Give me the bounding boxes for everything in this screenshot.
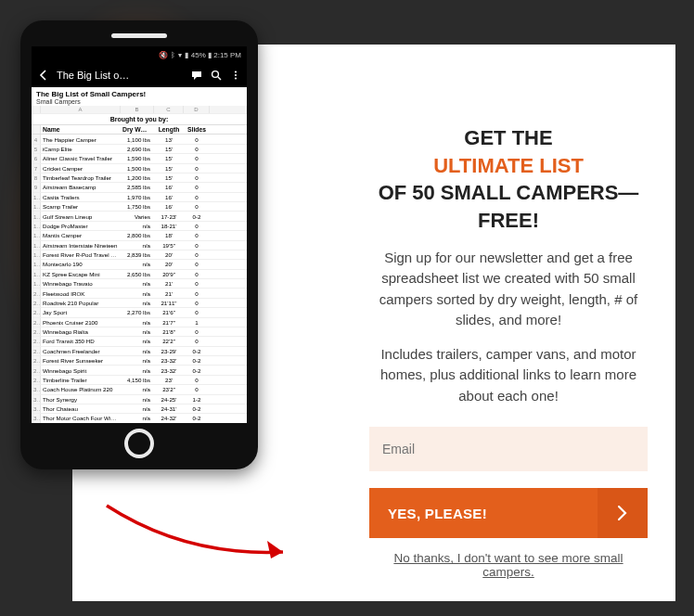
doc-subtitle: Small Campers — [32, 98, 247, 106]
headline: GET THE ULTIMATE LIST OF 50 SMALL CAMPER… — [369, 124, 648, 235]
more-icon[interactable] — [229, 70, 241, 82]
back-icon[interactable] — [37, 70, 49, 82]
status-text: 45% ▮ 2:15 PM — [191, 51, 241, 59]
description-1: Sign up for our newsletter and get a fre… — [369, 248, 648, 331]
table-row: 14Mantis Camper2,800 lbs18'0 — [32, 231, 247, 240]
bluetooth-icon: ᛒ — [171, 51, 175, 59]
doc-title: The Big List of Small Campers! — [32, 87, 247, 98]
table-row: 13Dodge ProMastern/a18-21'0 — [32, 222, 247, 231]
table-row: 10Casita Trailers1,970 lbs16'0 — [32, 193, 247, 202]
table-row: 21Roadtrek 210 Popularn/a21'11"0 — [32, 299, 247, 308]
home-button-icon — [124, 429, 154, 458]
description-2: Includes trailers, camper vans, and moto… — [369, 344, 648, 407]
table-row: 19Winnebago Travaton/a21'0 — [32, 279, 247, 289]
sheet-column-letters: A B C D — [32, 106, 247, 114]
table-row: 31Thor Synergyn/a24-25'1-2 — [32, 395, 247, 404]
appbar-title: The Big List o… — [57, 70, 183, 81]
submit-label: YES, PLEASE! — [369, 506, 598, 521]
table-row: 4The Happier Camper1,100 lbs13'0 — [32, 135, 247, 144]
phone-speaker — [111, 33, 167, 38]
table-row: 33Thor Motor Coach Four Windsn/a24-32'0-… — [32, 414, 247, 423]
headline-line2: ULTIMATE LIST — [433, 154, 584, 177]
table-row: 5iCamp Elite2,690 lbs15'0 — [32, 145, 247, 154]
table-row: 32Thor Chateaun/a24-31'0-2 — [32, 404, 247, 414]
table-row: 23Phoenix Cruiser 2100n/a21'7"1 — [32, 318, 247, 327]
svg-point-4 — [234, 74, 236, 76]
phone-mockup: 🔇 ᛒ ▾ ▮ 45% ▮ 2:15 PM The Big List o… Th… — [20, 20, 258, 469]
sheet-brought-by: Brought to you by: — [32, 114, 247, 124]
table-row: 17Montecarlo 190n/a20'0 — [32, 260, 247, 269]
content-area: GET THE ULTIMATE LIST OF 50 SMALL CAMPER… — [369, 124, 648, 579]
chevron-right-icon — [598, 488, 648, 538]
table-row: 12Gulf Stream LineupVaries17-23'0-2 — [32, 212, 247, 221]
comment-icon[interactable] — [190, 70, 202, 82]
table-row: 25Ford Transit 350 HDn/a22'2"0 — [32, 337, 247, 346]
table-row: 16Forest River R-Pod Travel Trailer2,839… — [32, 250, 247, 260]
table-row: 27Forest River Sunseekern/a23-32'0-2 — [32, 356, 247, 366]
table-row: 15Airstream Interstate Nineteenn/a19'5"0 — [32, 241, 247, 250]
table-row: 11Scamp Trailer1,750 lbs16'0 — [32, 202, 247, 212]
table-row: 20Fleetwood IROKn/a21'0 — [32, 289, 247, 298]
table-row: 6Aliner Classic Travel Trailer1,590 lbs1… — [32, 154, 247, 163]
table-row: 18KZ Spree Escape Mini2,650 lbs20'9"0 — [32, 270, 247, 279]
phone-screen: 🔇 ᛒ ▾ ▮ 45% ▮ 2:15 PM The Big List o… Th… — [32, 46, 247, 423]
table-row: 8Timberleaf Teardrop Trailer1,200 lbs15'… — [32, 173, 247, 183]
sheet-body: 4The Happier Camper1,100 lbs13'05iCamp E… — [32, 135, 247, 423]
wifi-icon: ▾ — [178, 51, 182, 59]
table-row: 24Winnebago Rialtan/a21'8"0 — [32, 327, 247, 337]
svg-point-1 — [212, 71, 218, 78]
app-bar: The Big List o… — [32, 63, 247, 87]
headline-line3: OF 50 SMALL CAMPERS—FREE! — [379, 181, 639, 232]
svg-line-2 — [218, 77, 221, 80]
silent-icon: 🔇 — [159, 51, 168, 59]
sheet-headers: Name Dry Weight Length Slides — [32, 124, 247, 135]
decline-link[interactable]: No thanks, I don't want to see more smal… — [369, 551, 648, 579]
headline-line1: GET THE — [464, 126, 552, 149]
table-row: 29Timberline Trailer4,150 lbs23'0 — [32, 376, 247, 385]
signal-icon: ▮ — [185, 51, 188, 59]
email-input[interactable] — [369, 427, 648, 471]
status-bar: 🔇 ᛒ ▾ ▮ 45% ▮ 2:15 PM — [32, 46, 247, 63]
table-row: 9Airstream Basecamp2,585 lbs16'0 — [32, 183, 247, 192]
table-row: 28Winnebago Spiritn/a23-32'0-2 — [32, 366, 247, 375]
svg-point-3 — [234, 71, 236, 72]
search-icon[interactable] — [210, 70, 222, 82]
table-row: 7Cricket Camper1,500 lbs15'0 — [32, 164, 247, 173]
table-row: 22Jay Sport2,270 lbs21'6"0 — [32, 308, 247, 317]
table-row: 26Coachmen Freelandern/a23-29'0-2 — [32, 347, 247, 356]
submit-button[interactable]: YES, PLEASE! — [369, 488, 648, 538]
table-row: 30Coach House Platinum 220n/a23'2"0 — [32, 385, 247, 394]
svg-rect-0 — [192, 71, 201, 77]
svg-point-5 — [234, 77, 236, 79]
